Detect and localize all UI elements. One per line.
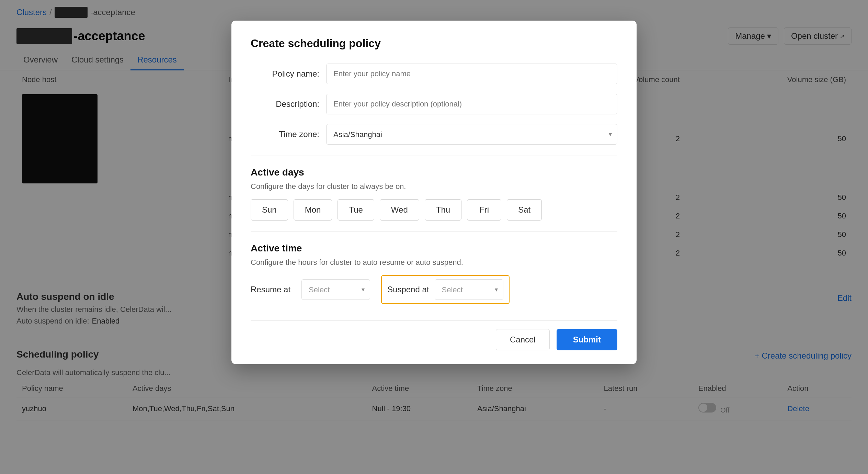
day-tue[interactable]: Tue bbox=[338, 199, 374, 221]
divider bbox=[251, 156, 617, 156]
description-input[interactable] bbox=[326, 94, 617, 114]
timezone-label: Time zone: bbox=[251, 129, 319, 139]
modal-overlay: Create scheduling policy Policy name: De… bbox=[0, 0, 868, 474]
divider-2 bbox=[251, 232, 617, 232]
suspend-box: Suspend at Select ▾ bbox=[381, 275, 509, 304]
resume-label: Resume at bbox=[251, 285, 290, 294]
policy-name-input[interactable] bbox=[326, 64, 617, 84]
day-sat[interactable]: Sat bbox=[507, 199, 542, 221]
suspend-label: Suspend at bbox=[387, 285, 429, 294]
day-mon[interactable]: Mon bbox=[294, 199, 332, 221]
days-row: Sun Mon Tue Wed Thu Fri Sat bbox=[251, 199, 617, 221]
cancel-button[interactable]: Cancel bbox=[496, 329, 550, 350]
submit-button[interactable]: Submit bbox=[557, 329, 617, 350]
policy-name-label: Policy name: bbox=[251, 69, 319, 79]
timezone-row: Time zone: Asia/Shanghai ▾ bbox=[251, 124, 617, 145]
resume-select[interactable]: Select bbox=[301, 279, 370, 300]
day-wed[interactable]: Wed bbox=[380, 199, 419, 221]
resume-select-wrapper: Select ▾ bbox=[301, 279, 370, 300]
modal-footer: Cancel Submit bbox=[251, 320, 617, 350]
active-time-title: Active time bbox=[251, 243, 617, 254]
active-days-desc: Configure the days for cluster to always… bbox=[251, 182, 617, 191]
active-time-desc: Configure the hours for cluster to auto … bbox=[251, 258, 617, 267]
timezone-select-wrapper: Asia/Shanghai ▾ bbox=[326, 124, 617, 145]
policy-name-row: Policy name: bbox=[251, 64, 617, 84]
active-days-section: Active days Configure the days for clust… bbox=[251, 167, 617, 221]
day-thu[interactable]: Thu bbox=[425, 199, 461, 221]
description-row: Description: bbox=[251, 94, 617, 114]
description-label: Description: bbox=[251, 99, 319, 109]
day-fri[interactable]: Fri bbox=[467, 199, 501, 221]
page-background: Clusters / ■■■■■ -acceptance ■■■■■■ -acc… bbox=[0, 0, 868, 474]
modal: Create scheduling policy Policy name: De… bbox=[231, 21, 637, 364]
suspend-select-wrapper: Select ▾ bbox=[435, 279, 503, 300]
active-days-title: Active days bbox=[251, 167, 617, 178]
time-row: Resume at Select ▾ Suspend at Select bbox=[251, 275, 617, 304]
day-sun[interactable]: Sun bbox=[251, 199, 288, 221]
suspend-select[interactable]: Select bbox=[435, 279, 503, 300]
active-time-section: Active time Configure the hours for clus… bbox=[251, 243, 617, 304]
modal-title: Create scheduling policy bbox=[251, 37, 617, 50]
timezone-select[interactable]: Asia/Shanghai bbox=[326, 124, 617, 145]
